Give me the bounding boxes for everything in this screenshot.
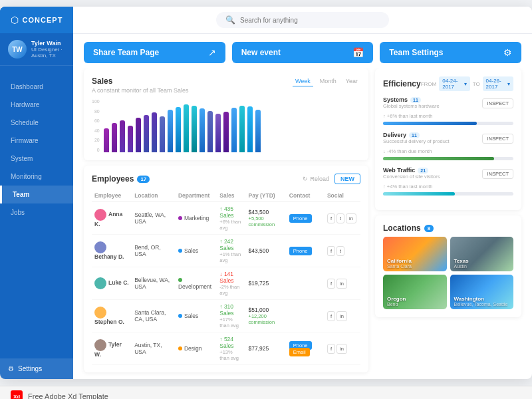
social-t-button[interactable]: t	[336, 246, 344, 256]
location-thumb-texas[interactable]: Texas Austin	[450, 237, 514, 271]
social-f-button[interactable]: f	[327, 311, 335, 321]
sidebar-item-jobs[interactable]: Jobs	[0, 203, 73, 221]
topbar: 🔍	[73, 7, 532, 34]
sidebar-item-monitoring[interactable]: Monitoring	[0, 168, 73, 186]
tab-year[interactable]: Year	[343, 76, 360, 86]
action-card-title: Share Team Page	[93, 48, 159, 57]
emp-name-cell: Tyler W.	[92, 332, 132, 365]
phone-button[interactable]: Phone	[289, 214, 312, 223]
bottom-text: Free Adobe Xd Template	[28, 392, 108, 399]
sidebar-nav: DashboardHardwareScheduleFirmwareSystemM…	[0, 66, 73, 358]
employees-table: EmployeeLocationDepartmentSalesPay (YTD)…	[92, 190, 360, 365]
col-social: Social	[325, 190, 360, 202]
col-department: Department	[176, 190, 217, 202]
eff-change: ↑ +6% than last month	[383, 113, 513, 119]
efficiency-row-2: Web Traffic 21 Conversion of site visito…	[383, 167, 513, 196]
action-card-team-settings[interactable]: Team Settings⚙	[380, 42, 521, 63]
dept-dot	[178, 216, 182, 220]
progress-bar-bg	[383, 192, 513, 196]
location-thumb-washington[interactable]: Washington Bellevue, Tacoma, Seattle	[450, 275, 514, 309]
emp-dept-cell: Design	[176, 332, 217, 365]
inspect-button[interactable]: INSPECT	[482, 134, 513, 144]
social-f-button[interactable]: f	[327, 213, 335, 223]
table-header-row: EmployeeLocationDepartmentSalesPay (YTD)…	[92, 190, 360, 202]
sidebar: ⬡ CONCEPT TW Tyler Wain UI Designer · Au…	[0, 7, 73, 379]
emp-location-cell: Seattle, WA, USA	[132, 202, 176, 235]
sidebar-item-team[interactable]: Team	[0, 186, 73, 203]
eff-title: Delivery 11	[383, 132, 450, 138]
sidebar-item-dashboard[interactable]: Dashboard	[0, 78, 73, 96]
inspect-button[interactable]: INSPECT	[482, 169, 513, 179]
search-input[interactable]	[240, 17, 346, 24]
location-label: California Santa Clara	[387, 258, 412, 269]
social-f-button[interactable]: f	[327, 279, 335, 289]
inspect-button[interactable]: INSPECT	[482, 98, 513, 108]
main-content: 🔍 Share Team Page↗New event📅Team Setting…	[73, 7, 532, 379]
date-from-value: 04-24-2017	[442, 78, 462, 90]
location-thumb-oregon[interactable]: Oregon Bend	[383, 275, 447, 309]
phone-button[interactable]: Phone	[289, 247, 312, 255]
locations-card: Locations 8 California Santa Clara Texas…	[375, 215, 521, 317]
date-from-chip[interactable]: 04-24-2017 ▾	[439, 76, 469, 91]
efficiency-title: Efficiency	[383, 79, 421, 88]
social-in-button[interactable]: in	[336, 344, 347, 354]
emp-location-cell: Austin, TX, USA	[132, 332, 176, 365]
employees-actions: ↻ Reload NEW	[303, 174, 360, 184]
date-to-chevron: ▾	[507, 81, 510, 87]
sidebar-item-hardware[interactable]: Hardware	[0, 96, 73, 114]
chart-bar-17	[239, 106, 245, 152]
efficiency-rows: Systems 11 Global systems hardware INSPE…	[383, 96, 513, 196]
social-f-button[interactable]: f	[327, 344, 335, 354]
location-thumb-california[interactable]: California Santa Clara	[383, 237, 447, 271]
eff-row-header: Delivery 11 Successful delivery of produ…	[383, 132, 513, 146]
social-in-button[interactable]: in	[346, 213, 356, 223]
action-card-share-team-page[interactable]: Share Team Page↗	[84, 42, 225, 63]
emp-location-cell: Bend, OR, USA	[132, 235, 176, 267]
location-sub: Bend	[387, 302, 406, 307]
location-label: Texas Austin	[454, 258, 469, 269]
social-in-button[interactable]: in	[336, 311, 347, 321]
sidebar-item-schedule[interactable]: Schedule	[0, 114, 73, 132]
social-t-button[interactable]: t	[336, 213, 344, 223]
sidebar-item-firmware[interactable]: Firmware	[0, 132, 73, 150]
chart-y-label: 20	[92, 138, 100, 142]
email-button[interactable]: Email	[289, 348, 310, 356]
social-in-button[interactable]: in	[336, 279, 347, 289]
chart-bar-7	[160, 116, 165, 152]
emp-sales-cell: ↓ 141 Sales-2% than avg	[217, 267, 245, 300]
locations-grid: California Santa Clara Texas Austin Oreg…	[383, 237, 513, 309]
eff-subtitle: Successful delivery of product	[383, 138, 450, 144]
tab-month[interactable]: Month	[317, 76, 339, 86]
sidebar-logo-text: CONCEPT	[23, 16, 63, 24]
progress-bar-bg	[383, 157, 513, 160]
location-name: Texas	[454, 258, 469, 264]
new-employee-button[interactable]: NEW	[334, 174, 360, 184]
location-sub: Bellevue, Tacoma, Seattle	[454, 302, 508, 307]
col-pay-(ytd): Pay (YTD)	[246, 190, 287, 202]
date-to-chip[interactable]: 04-26-2017 ▾	[483, 76, 513, 91]
chart-bar-13	[207, 111, 213, 152]
col-sales: Sales	[217, 190, 245, 202]
efficiency-row-0: Systems 11 Global systems hardware INSPE…	[383, 96, 513, 125]
table-row: Tyler W.Austin, TX, USADesign↑ 524 Sales…	[92, 332, 360, 365]
tab-week[interactable]: Week	[293, 76, 313, 86]
location-sub: Santa Clara	[387, 264, 412, 269]
sales-info: Sales A constant monitor of all Team Sal…	[92, 76, 188, 94]
reload-button[interactable]: ↻ Reload	[303, 176, 329, 182]
emp-dept-cell: Marketing	[176, 202, 217, 235]
search-bar[interactable]: 🔍	[216, 12, 389, 28]
action-card-new-event[interactable]: New event📅	[232, 42, 374, 63]
emp-name-cell: Bethany D.	[92, 235, 132, 267]
location-label: Oregon Bend	[387, 296, 406, 307]
chart-y-labels: 100806040200	[92, 99, 100, 152]
search-icon: 🔍	[225, 15, 235, 25]
sidebar-settings-button[interactable]: ⚙ Settings	[0, 358, 73, 379]
dept-dot	[178, 346, 182, 350]
emp-dept-cell: Sales	[176, 300, 217, 332]
locations-badge: 8	[424, 225, 434, 232]
chart-y-label: 0	[92, 148, 100, 152]
chart-bar-11	[192, 106, 197, 152]
chart-bar-19	[255, 110, 261, 152]
social-f-button[interactable]: f	[327, 246, 335, 256]
sidebar-item-system[interactable]: System	[0, 150, 73, 168]
